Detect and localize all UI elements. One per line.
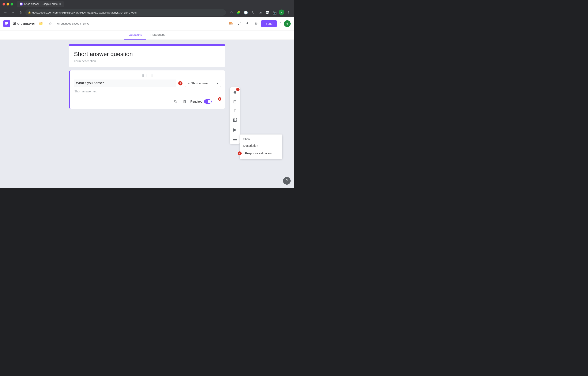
add-question-button[interactable]: ⊕ 1: [231, 88, 239, 97]
history-icon[interactable]: 🕐: [243, 10, 249, 15]
refresh-button[interactable]: ↻: [18, 10, 24, 15]
header-right-actions: 🎨 🖌 👁 ⚙ Send ⋮ V: [228, 20, 291, 27]
toggle-knob: [208, 100, 211, 103]
image-icon: 🖼: [233, 118, 237, 123]
title-bar: Short answer - Google Forms × +: [0, 0, 294, 8]
url-text: docs.google.com/forms/d/1PuS0uN9kAHlJyAe…: [32, 11, 137, 14]
minimize-window-button[interactable]: [7, 3, 9, 5]
duplicate-button[interactable]: ⧉: [172, 98, 179, 105]
help-button[interactable]: ?: [283, 177, 291, 185]
badge-3: 3: [218, 97, 221, 101]
send-button[interactable]: Send: [261, 20, 277, 27]
form-title-header: Short answer: [13, 21, 35, 26]
sync-icon[interactable]: ↻: [250, 10, 256, 15]
side-toolbar: ⊕ 1 ⊟ T 🖼 ▶ ▬: [230, 87, 240, 144]
camera-icon[interactable]: 📷: [272, 10, 278, 15]
import-questions-button[interactable]: ⊟: [231, 98, 239, 106]
svg-rect-5: [5, 24, 7, 24]
fullscreen-window-button[interactable]: [10, 3, 13, 5]
close-window-button[interactable]: [2, 3, 5, 5]
title-icon: T: [234, 109, 236, 113]
forms-app-icon: [3, 20, 10, 27]
svg-rect-2: [20, 4, 22, 5]
description-menu-item[interactable]: Description: [240, 142, 282, 150]
tab-responses[interactable]: Responses: [146, 31, 170, 40]
type-select-label: Short answer: [191, 82, 215, 85]
customize-icon[interactable]: 🎨: [228, 20, 234, 27]
svg-rect-1: [20, 4, 22, 4]
palette-icon[interactable]: 🖌: [236, 20, 243, 27]
forward-button[interactable]: →: [10, 10, 16, 15]
active-tab[interactable]: Short answer - Google Forms ×: [17, 1, 64, 7]
short-answer-placeholder: Short answer text: [74, 90, 138, 94]
tab-title: Short answer - Google Forms: [24, 2, 57, 5]
tab-bar: Short answer - Google Forms × +: [17, 1, 70, 7]
svg-rect-6: [5, 25, 7, 25]
star-icon[interactable]: ☆: [47, 20, 54, 27]
tab-close-button[interactable]: ×: [59, 2, 61, 6]
app-header: Short answer 📁 ☆ All changes saved in Dr…: [0, 17, 294, 31]
add-video-button[interactable]: ▶: [231, 125, 239, 134]
chat-icon[interactable]: 💬: [264, 10, 270, 15]
mail-icon[interactable]: ✉: [257, 10, 263, 15]
nav-icons: ☆ 🧩 🕐 ↻ ✉ 💬 📷 V ⋮: [229, 10, 292, 15]
lock-icon: 🔒: [28, 11, 31, 14]
section-icon: ▬: [233, 137, 237, 142]
required-toggle[interactable]: [204, 100, 212, 104]
user-profile-icon[interactable]: V: [279, 10, 284, 15]
folder-icon[interactable]: 📁: [38, 20, 44, 27]
response-validation-menu-item[interactable]: 4 Response validation: [240, 150, 282, 157]
user-avatar[interactable]: V: [284, 20, 291, 27]
extensions-icon[interactable]: 🧩: [236, 10, 242, 15]
question-type-select[interactable]: ≡ Short answer ▾: [185, 80, 221, 87]
new-tab-button[interactable]: +: [65, 2, 70, 6]
delete-button[interactable]: 🗑: [181, 98, 189, 105]
form-header-card: Form description: [69, 44, 225, 67]
traffic-lights: [2, 3, 13, 5]
context-menu: Show Description 4 Response validation: [240, 134, 282, 159]
question-actions: ⧉ 🗑 Required ⋮ 3: [74, 96, 221, 106]
import-icon: ⊟: [233, 99, 237, 104]
more-options-button[interactable]: ⋮ 3: [213, 98, 221, 105]
save-status: All changes saved in Drive: [57, 22, 225, 25]
add-image-button[interactable]: 🖼: [231, 116, 239, 124]
drag-handle-icon: ⠿ ⠿ ⠿: [74, 74, 221, 78]
more-options-icon[interactable]: ⋮: [278, 21, 282, 26]
main-content: Form description ⠿ ⠿ ⠿ 2 ≡ Short answer …: [0, 40, 294, 188]
tab-questions[interactable]: Questions: [124, 31, 146, 40]
back-button[interactable]: ←: [2, 10, 9, 15]
answer-area: Short answer text: [74, 87, 221, 96]
badge-2: 2: [178, 81, 182, 85]
browser-frame: Short answer - Google Forms × + ← → ↻ 🔒 …: [0, 0, 294, 188]
context-menu-show-label: Show: [240, 136, 282, 142]
svg-rect-0: [20, 3, 22, 4]
svg-rect-3: [5, 22, 8, 23]
form-description-input[interactable]: Form description: [74, 59, 220, 63]
menu-icon[interactable]: ⋮: [285, 10, 292, 15]
app-container: Short answer 📁 ☆ All changes saved in Dr…: [0, 17, 294, 188]
app-tabs: Questions Responses: [0, 31, 294, 40]
required-label: Required: [190, 100, 202, 103]
type-select-icon: ≡: [188, 82, 189, 85]
type-select-arrow: ▾: [217, 82, 218, 85]
tab-favicon: [20, 2, 23, 5]
settings-icon[interactable]: ⚙: [253, 20, 260, 27]
form-title-input[interactable]: [74, 51, 220, 58]
address-bar[interactable]: 🔒 docs.google.com/forms/d/1PuS0uN9kAHlJy…: [25, 9, 226, 16]
add-title-button[interactable]: T: [231, 107, 239, 115]
badge-1: 1: [236, 88, 240, 91]
bookmark-icon[interactable]: ☆: [229, 10, 234, 15]
svg-rect-4: [5, 23, 8, 24]
video-icon: ▶: [233, 127, 237, 132]
add-section-button[interactable]: ▬: [231, 135, 239, 143]
add-icon: ⊕: [233, 90, 237, 95]
question-card: ⠿ ⠿ ⠿ 2 ≡ Short answer ▾ Short answer te…: [69, 70, 225, 109]
badge-4: 4: [238, 151, 242, 155]
question-row: 2 ≡ Short answer ▾: [74, 79, 221, 87]
question-text-input[interactable]: [74, 79, 176, 87]
preview-icon[interactable]: 👁: [244, 20, 251, 27]
nav-bar: ← → ↻ 🔒 docs.google.com/forms/d/1PuS0uN9…: [0, 8, 294, 17]
